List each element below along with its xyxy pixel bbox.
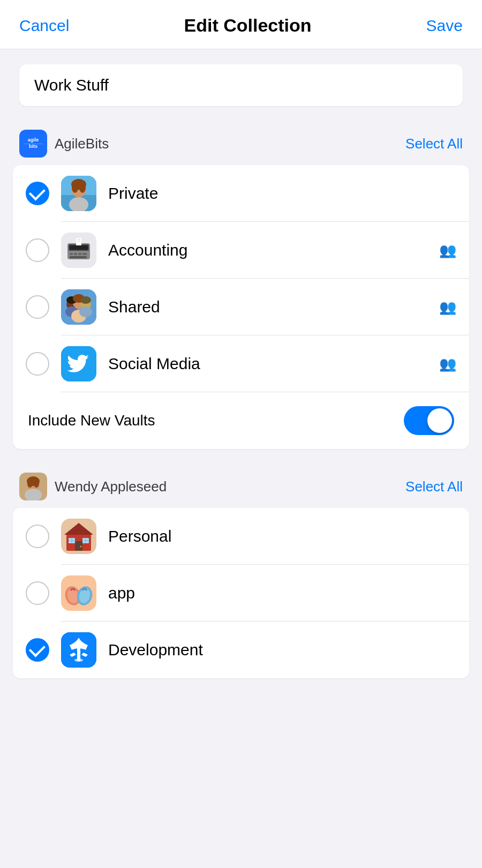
- wendy-org-icon: [19, 473, 47, 500]
- svg-rect-18: [74, 253, 77, 255]
- svg-rect-17: [70, 253, 73, 255]
- include-new-vaults-row: Include New Vaults: [13, 392, 469, 449]
- svg-rect-20: [82, 253, 87, 255]
- agilebits-org-name: AgileBits: [55, 136, 109, 152]
- svg-point-39: [27, 479, 33, 488]
- vault-row-accounting[interactable]: Accounting 👥: [13, 222, 469, 279]
- svg-rect-60: [77, 647, 80, 661]
- vault-row-personal[interactable]: Personal: [13, 508, 469, 565]
- vault-name-development: Development: [108, 641, 456, 659]
- vault-checkbox-app[interactable]: [26, 581, 49, 605]
- agilebits-section-header: agile bits AgileBits Select All: [0, 121, 482, 165]
- vault-row-private[interactable]: Private: [13, 165, 469, 222]
- vault-icon-development: [61, 632, 96, 668]
- include-new-vaults-label: Include New Vaults: [28, 412, 155, 429]
- vault-icon-personal: [61, 519, 96, 554]
- svg-text:bits: bits: [29, 144, 37, 149]
- vault-name-accounting: Accounting: [108, 241, 433, 259]
- shared-icon-shared: 👥: [439, 299, 456, 316]
- vault-checkbox-personal[interactable]: [26, 525, 49, 548]
- svg-point-11: [79, 182, 86, 193]
- svg-point-34: [80, 296, 91, 304]
- svg-point-10: [72, 182, 78, 193]
- collection-name-input[interactable]: [19, 64, 463, 106]
- vault-icon-accounting: [61, 233, 96, 268]
- shared-icon-accounting: 👥: [439, 242, 456, 259]
- wendy-section-header: Wendy Appleseed Select All: [0, 464, 482, 508]
- svg-rect-16: [70, 245, 88, 250]
- toggle-knob: [427, 408, 452, 433]
- include-new-vaults-toggle[interactable]: [404, 406, 454, 435]
- shared-icon-social-media: 👥: [439, 356, 456, 372]
- svg-rect-19: [78, 253, 81, 255]
- vault-row-shared[interactable]: Shared 👥: [13, 279, 469, 335]
- wendy-vault-list: Personal app: [13, 508, 469, 678]
- vault-name-social-media: Social Media: [108, 355, 433, 373]
- vault-checkbox-social-media[interactable]: [26, 352, 49, 376]
- svg-rect-4: [24, 144, 43, 144]
- agilebits-org-icon: agile bits: [19, 130, 47, 158]
- vault-name-app: app: [108, 584, 456, 602]
- vault-icon-social-media: [61, 346, 96, 381]
- svg-point-31: [79, 306, 92, 317]
- wendy-org-name: Wendy Appleseed: [55, 478, 167, 495]
- page-title: Edit Collection: [184, 15, 312, 36]
- svg-rect-21: [70, 256, 87, 258]
- vault-icon-app: [61, 575, 96, 611]
- vault-icon-private: [61, 176, 96, 211]
- save-button[interactable]: Save: [426, 17, 463, 35]
- svg-point-52: [80, 546, 82, 548]
- header: Cancel Edit Collection Save: [0, 0, 482, 49]
- vault-row-development[interactable]: Development: [13, 622, 469, 678]
- cancel-button[interactable]: Cancel: [19, 17, 69, 35]
- vault-icon-shared: [61, 289, 96, 325]
- svg-point-40: [34, 479, 39, 488]
- name-input-section: [0, 49, 482, 121]
- svg-rect-22: [76, 238, 81, 245]
- wendy-select-all-button[interactable]: Select All: [405, 478, 463, 495]
- vault-checkbox-accounting[interactable]: [26, 238, 49, 262]
- agilebits-vault-list: Private Accounting: [13, 165, 469, 449]
- vault-row-social-media[interactable]: Social Media 👥: [13, 335, 469, 392]
- vault-row-app[interactable]: app: [13, 565, 469, 622]
- vault-name-private: Private: [108, 184, 456, 203]
- vault-checkbox-private[interactable]: [26, 182, 49, 205]
- vault-name-personal: Personal: [108, 527, 456, 545]
- agilebits-select-all-button[interactable]: Select All: [405, 136, 463, 152]
- svg-text:agile: agile: [28, 137, 39, 143]
- vault-checkbox-shared[interactable]: [26, 295, 49, 319]
- vault-name-shared: Shared: [108, 298, 433, 316]
- vault-checkbox-development[interactable]: [26, 638, 49, 662]
